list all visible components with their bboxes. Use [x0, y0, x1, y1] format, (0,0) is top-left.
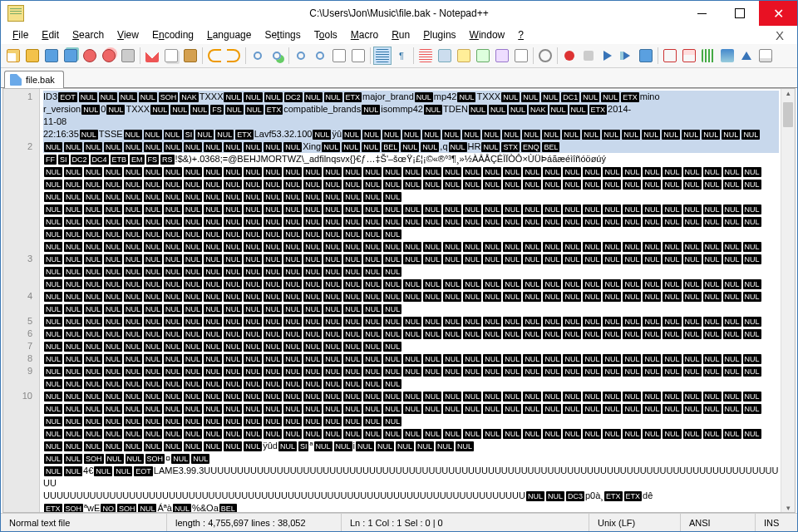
indent-guide-icon[interactable]: [416, 47, 435, 65]
paste-icon[interactable]: [181, 47, 200, 65]
menu-macro[interactable]: Macro: [344, 27, 385, 42]
t4-icon[interactable]: [718, 47, 736, 65]
vertical-scrollbar[interactable]: [781, 89, 795, 512]
save-macro-icon[interactable]: [637, 47, 655, 65]
toolbar: ¶: [1, 44, 797, 68]
menubar: File Edit Search View Encoding Language …: [1, 26, 797, 44]
monitor-icon[interactable]: [536, 47, 554, 65]
menu-tools[interactable]: Tools: [308, 27, 344, 42]
file-icon: [10, 74, 22, 86]
doc-map-icon[interactable]: [455, 47, 473, 65]
titlebar: C:\Users\Jon\Music\file.bak - Notepad++ …: [1, 1, 797, 26]
stop-icon[interactable]: [579, 47, 598, 65]
line-gutter: 12345678910: [3, 89, 40, 512]
save-icon[interactable]: [42, 47, 61, 65]
tab-file-bak[interactable]: file.bak: [4, 71, 64, 88]
t5-icon[interactable]: [737, 47, 756, 65]
status-eol: Unix (LF): [589, 514, 681, 531]
tabstrip: file.bak: [1, 68, 797, 88]
status-filetype: Normal text file: [1, 514, 167, 531]
menu-help[interactable]: ?: [511, 27, 530, 42]
menu-view[interactable]: View: [111, 27, 145, 42]
find-icon[interactable]: [249, 47, 267, 65]
redo-icon[interactable]: [224, 47, 243, 65]
tab-label: file.bak: [26, 75, 55, 85]
editor-area: 12345678910 ID3EOTNULNULNULNULSOHNAKTXXX…: [2, 88, 796, 513]
print-icon[interactable]: [119, 47, 137, 65]
copy-icon[interactable]: [162, 47, 180, 65]
status-position: Ln : 1 Col : 1 Sel : 0 | 0: [342, 514, 589, 531]
window-title: C:\Users\Jon\Music\file.bak - Notepad++: [309, 7, 488, 19]
menu-plugins[interactable]: Plugins: [416, 27, 462, 42]
window-buttons: ✕: [682, 1, 797, 26]
t1-icon[interactable]: [661, 47, 679, 65]
lang-icon[interactable]: [436, 47, 454, 65]
status-encoding: ANSI: [681, 514, 756, 531]
close-button[interactable]: ✕: [759, 1, 797, 26]
record-icon[interactable]: [560, 47, 579, 65]
close-file-icon[interactable]: [81, 47, 99, 65]
menu-settings[interactable]: Settings: [258, 27, 307, 42]
replace-icon[interactable]: [268, 47, 286, 65]
play-icon[interactable]: [598, 47, 617, 65]
allchars-icon[interactable]: ¶: [392, 47, 411, 65]
menu-window[interactable]: Window: [463, 27, 512, 42]
statusbar: Normal text file length : 4,755,697 line…: [1, 513, 797, 531]
folder-icon[interactable]: [512, 47, 530, 65]
func-list-icon[interactable]: [493, 47, 511, 65]
scrollbar-thumb[interactable]: [783, 102, 793, 127]
open-file-icon[interactable]: [23, 47, 42, 65]
zoom-out-icon[interactable]: [311, 47, 329, 65]
save-all-icon[interactable]: [62, 47, 80, 65]
cut-icon[interactable]: [143, 47, 161, 65]
zoom-in-icon[interactable]: [292, 47, 310, 65]
menu-close-x[interactable]: X: [769, 27, 792, 44]
menu-edit[interactable]: Edit: [35, 27, 66, 42]
t6-icon[interactable]: [756, 47, 775, 65]
menu-language[interactable]: Language: [200, 27, 258, 42]
app-icon: [7, 5, 24, 22]
status-insert: INS: [756, 514, 797, 531]
t2-icon[interactable]: [680, 47, 698, 65]
menu-run[interactable]: Run: [385, 27, 416, 42]
doc-list-icon[interactable]: [474, 47, 492, 65]
new-file-icon[interactable]: [4, 47, 22, 65]
undo-icon[interactable]: [205, 47, 224, 65]
menu-encoding[interactable]: Encoding: [145, 27, 200, 42]
status-length: length : 4,755,697 lines : 38,052: [167, 514, 342, 531]
minimize-button[interactable]: [682, 1, 721, 26]
sync-h-icon[interactable]: [349, 47, 367, 65]
close-all-icon[interactable]: [100, 47, 118, 65]
wordwrap-icon[interactable]: [373, 47, 392, 65]
menu-search[interactable]: Search: [66, 27, 111, 42]
sync-v-icon[interactable]: [330, 47, 348, 65]
editor-content[interactable]: ID3EOTNULNULNULNULSOHNAKTXXXNULNULNULDC2…: [40, 89, 781, 512]
t3-icon[interactable]: [699, 47, 717, 65]
maximize-button[interactable]: [721, 1, 759, 26]
menu-file[interactable]: File: [6, 27, 35, 42]
playmulti-icon[interactable]: [618, 47, 636, 65]
